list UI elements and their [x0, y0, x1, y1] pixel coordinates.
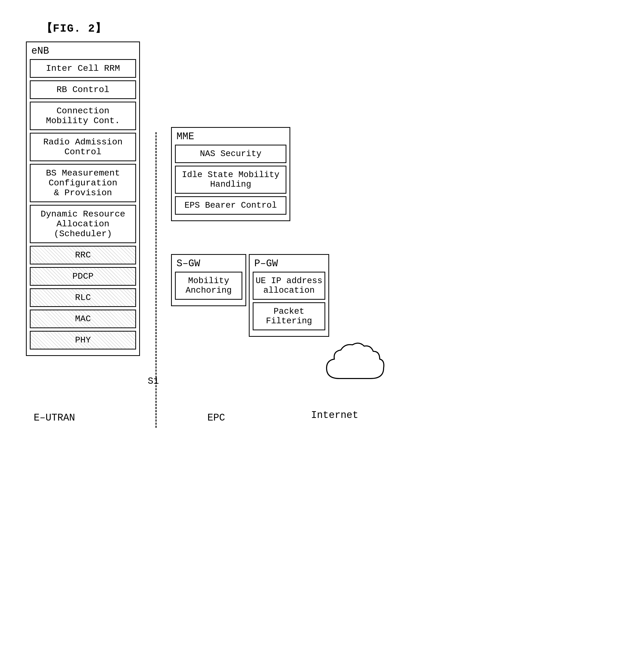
eps-bearer-box: EPS Bearer Control: [175, 196, 286, 215]
sgw-title: S–GW: [175, 258, 242, 269]
internet-cloud: [319, 340, 386, 392]
phy-box: PHY: [30, 331, 136, 350]
bs-measurement-box: BS MeasurementConfiguration& Provision: [30, 164, 136, 202]
idle-state-box: Idle State MobilityHandling: [175, 166, 286, 194]
mme-title: MME: [175, 131, 286, 142]
pgw-title: P–GW: [253, 258, 325, 269]
epc-label: EPC: [207, 412, 225, 423]
radio-admission-box: Radio AdmissionControl: [30, 133, 136, 161]
mobility-anchoring-box: MobilityAnchoring: [175, 272, 242, 300]
enb-title: eNB: [30, 45, 136, 56]
rrc-box: RRC: [30, 246, 136, 265]
mac-box: MAC: [30, 310, 136, 328]
nas-security-box: NAS Security: [175, 145, 286, 163]
sgw-container: S–GW MobilityAnchoring: [171, 254, 246, 306]
s1-label: S1: [148, 376, 159, 387]
rlc-box: RLC: [30, 288, 136, 307]
connection-mobility-box: ConnectionMobility Cont.: [30, 102, 136, 130]
inter-cell-rrm-box: Inter Cell RRM: [30, 59, 136, 78]
figure-label: 【FIG. 2】: [41, 21, 107, 35]
internet-label: Internet: [311, 410, 358, 421]
ue-ip-address-box: UE IP addressallocation: [253, 272, 325, 300]
pgw-container: P–GW UE IP addressallocation PacketFilte…: [249, 254, 329, 337]
mme-container: MME NAS Security Idle State MobilityHand…: [171, 127, 290, 221]
dynamic-resource-box: Dynamic ResourceAllocation(Scheduler): [30, 205, 136, 243]
pdcp-box: PDCP: [30, 267, 136, 286]
enb-container: eNB Inter Cell RRM RB Control Connection…: [26, 41, 140, 356]
rb-control-box: RB Control: [30, 80, 136, 99]
eutran-label: E–UTRAN: [34, 412, 75, 423]
packet-filtering-box: PacketFiltering: [253, 302, 325, 330]
